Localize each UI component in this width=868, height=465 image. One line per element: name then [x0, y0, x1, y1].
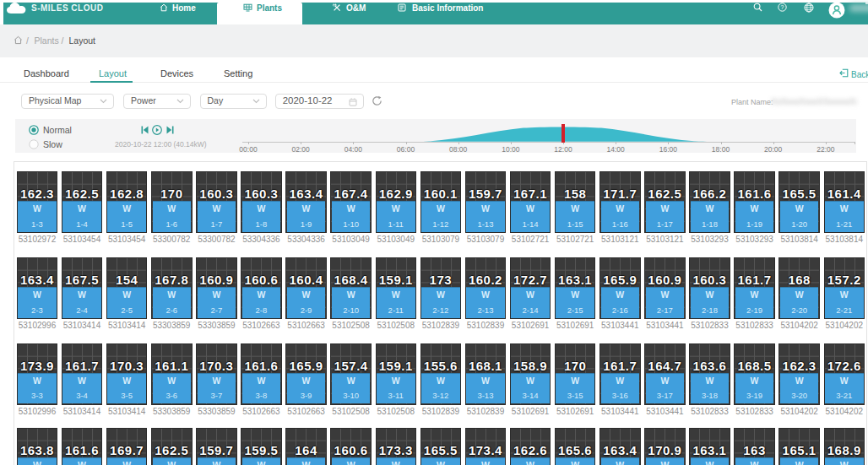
- svg-text:?: ?: [781, 4, 784, 10]
